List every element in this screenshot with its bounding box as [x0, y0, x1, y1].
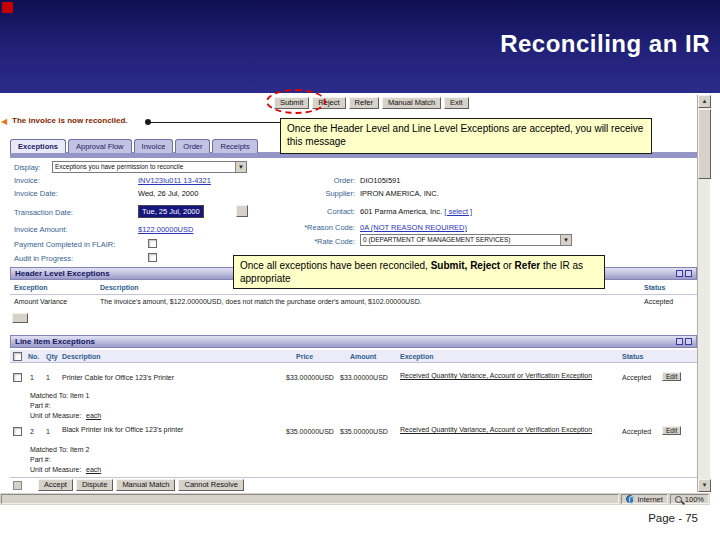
order-label: Order: [288, 176, 355, 185]
tab-bar: Exceptions Approval Flow Invoice Order R… [10, 139, 258, 153]
rate-code-label: *Rate Code: [288, 237, 355, 246]
slide: Reconciling an IR ◀ Submit Reject Refer … [0, 0, 720, 540]
accept-button[interactable]: Accept [38, 479, 73, 491]
line-no: 1 [30, 374, 34, 381]
line-exception-link[interactable]: Received Quantity Variance, Account or V… [400, 372, 612, 381]
line-qty: 1 [46, 428, 50, 435]
collapse-stub-button[interactable] [12, 313, 28, 323]
callout2-text: Once all exceptions have been reconciled… [240, 260, 431, 271]
reconciled-message: The invoice is now reconciled. [12, 116, 128, 125]
audit-in-progress-checkbox[interactable] [148, 253, 157, 262]
payment-completed-checkbox[interactable] [148, 239, 157, 248]
display-dropdown-value: Exceptions you have permission to reconc… [53, 162, 235, 172]
tab-approval-flow[interactable]: Approval Flow [68, 139, 132, 153]
application-screenshot: ◀ Submit Reject Refer Manual Match Exit … [0, 95, 710, 505]
line-price: $35.00000USD [286, 428, 334, 435]
scrollbar-down-icon[interactable]: ▼ [698, 479, 711, 492]
table-next-icon[interactable] [685, 338, 692, 345]
rate-code-value: 0 (DEPARTMENT OF MANAGEMENT SERVICES) [361, 235, 560, 245]
display-label: Display: [14, 163, 41, 172]
line-part: Part #: [30, 402, 51, 409]
col-price: Price [296, 353, 313, 360]
table-divider [10, 294, 697, 295]
page-number: Page - 75 [648, 512, 698, 524]
cannot-resolve-button[interactable]: Cannot Resolve [178, 479, 243, 491]
transaction-date-input[interactable]: Tue, 25 Jul, 2000 [138, 205, 204, 218]
tab-exceptions[interactable]: Exceptions [10, 139, 66, 153]
table-prev-icon[interactable] [676, 338, 683, 345]
line-price: $33.00000USD [286, 374, 334, 381]
transaction-date-label: Transaction Date: [14, 208, 73, 217]
footer-marker-icon [13, 481, 22, 490]
tab-receipts[interactable]: Receipts [212, 139, 257, 153]
line-uom-label: Unit of Measure: [30, 412, 81, 419]
col-status: Status [644, 284, 665, 291]
line-part: Part #: [30, 456, 51, 463]
display-dropdown[interactable]: Exceptions you have permission to reconc… [52, 161, 247, 173]
col-exception: Exception [14, 284, 47, 291]
contact-label: Contact: [288, 207, 355, 216]
slide-title: Reconciling an IR [500, 30, 710, 58]
refer-button[interactable]: Refer [349, 97, 379, 109]
select-all-checkbox[interactable] [13, 352, 22, 361]
dropdown-arrow-icon[interactable]: ▼ [560, 235, 571, 245]
line-matched-to: Matched To: Item 1 [30, 392, 89, 399]
line-exception-link[interactable]: Received Quantity Variance, Account or V… [400, 426, 612, 435]
line-row-checkbox[interactable] [13, 427, 22, 436]
line-uom-link[interactable]: each [86, 466, 101, 473]
edit-button[interactable]: Edit [662, 372, 681, 381]
table-next-icon[interactable] [685, 270, 692, 277]
line-description: Printer Cable for Office 123's Printer [62, 374, 277, 381]
line-matched-to: Matched To: Item 2 [30, 446, 89, 453]
dispute-button[interactable]: Dispute [76, 479, 113, 491]
order-value: DIO105I591 [360, 176, 400, 185]
status-zoom[interactable]: 100% [670, 494, 709, 504]
manual-match-button[interactable]: Manual Match [382, 97, 441, 109]
footer-divider [10, 477, 697, 478]
line-status: Accepted [622, 428, 651, 435]
tab-invoice[interactable]: Invoice [134, 139, 174, 153]
status-bar: Internet 100% [0, 492, 710, 505]
callout-submit-reject-refer: Once all exceptions have been reconciled… [233, 255, 605, 289]
contact-name: 601 Parma America, Inc. [360, 207, 442, 216]
header-exception-description: The invoice's amount, $122.00000USD, doe… [100, 298, 422, 305]
exit-button[interactable]: Exit [444, 97, 469, 109]
back-arrow-icon[interactable]: ◀ [1, 117, 7, 126]
calendar-button[interactable] [236, 205, 248, 217]
line-amount: $33.00000USD [340, 374, 388, 381]
status-zone: Internet [621, 494, 667, 504]
invoice-date-label: Invoice Date: [14, 189, 58, 198]
col-no: No. [28, 353, 39, 360]
tab-order[interactable]: Order [175, 139, 210, 153]
invoice-number-link[interactable]: INV123Iu011 13-4321 [138, 176, 211, 185]
zone-label: Internet [637, 495, 662, 504]
reason-code-link[interactable]: 0A (NOT REASON REQUIRED) [360, 223, 467, 232]
scrollbar-thumb[interactable] [698, 109, 711, 179]
globe-icon [626, 495, 634, 503]
title-band: Reconciling an IR [0, 0, 720, 93]
invoice-amount-label: Invoice Amount: [14, 225, 67, 234]
invoice-label: Invoice: [14, 176, 40, 185]
vertical-scrollbar[interactable]: ▲ ▼ [697, 95, 710, 492]
line-description: Black Printer Ink for Office 123's print… [62, 426, 212, 435]
line-uom-link[interactable]: each [86, 412, 101, 419]
col-description: Description [100, 284, 139, 291]
line-row-checkbox[interactable] [13, 373, 22, 382]
col-line-status: Status [622, 353, 643, 360]
manual-match-button[interactable]: Manual Match [116, 479, 175, 491]
line-exceptions-section-bar: Line Item Exceptions [10, 335, 697, 348]
header-exception-name: Amount Variance [14, 298, 67, 305]
contact-select-link[interactable]: [ select ] [444, 207, 472, 216]
invoice-amount-link[interactable]: $122.00000USD [138, 225, 193, 234]
scrollbar-up-icon[interactable]: ▲ [698, 95, 711, 108]
zoom-icon [675, 496, 682, 503]
supplier-label: Supplier: [288, 189, 355, 198]
rate-code-dropdown[interactable]: 0 (DEPARTMENT OF MANAGEMENT SERVICES) ▼ [360, 234, 572, 246]
table-prev-icon[interactable] [676, 270, 683, 277]
edit-button[interactable]: Edit [662, 426, 681, 435]
line-status: Accepted [622, 374, 651, 381]
supplier-value: IPRON AMERICA, INC. [360, 189, 439, 198]
dropdown-arrow-icon[interactable]: ▼ [235, 162, 246, 172]
corner-marker [2, 2, 13, 13]
header-exceptions-title: Header Level Exceptions [15, 269, 110, 278]
